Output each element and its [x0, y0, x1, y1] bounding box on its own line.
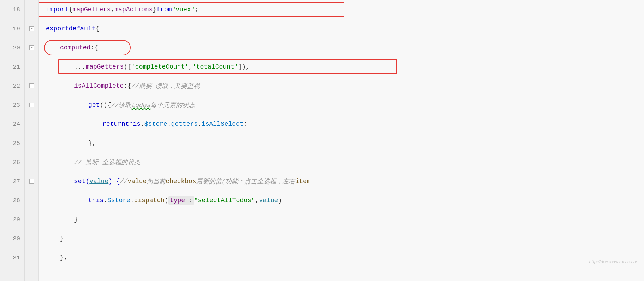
- spread-op: ...: [74, 63, 85, 70]
- line-num-22: 22: [0, 76, 24, 95]
- code-line-23: get (){ //读取todos每个元素的状态: [39, 95, 644, 115]
- value-arg: value: [259, 197, 278, 204]
- line-num-31: 31: [0, 248, 24, 267]
- set-keyword: set(: [74, 178, 89, 185]
- gutter-21: [25, 57, 38, 76]
- type-keyword: type: [170, 197, 185, 204]
- default-keyword: default: [69, 25, 96, 32]
- line-num-20: 20: [0, 38, 24, 57]
- comma3: ,: [255, 197, 259, 204]
- comment-line27: //: [120, 178, 128, 185]
- export-keyword: export: [46, 25, 69, 32]
- line-num-30: 30: [0, 229, 24, 248]
- paren-open-28: (: [165, 197, 168, 204]
- code-editor: 18 19 20 21 22 23 24 25 26 27 28 29 30 3…: [0, 0, 644, 281]
- gutter-25: [25, 134, 38, 153]
- close-brace-get: },: [88, 140, 96, 147]
- paren-close-28: ): [278, 197, 282, 204]
- paren-close: ]),: [238, 63, 250, 70]
- set-close: ) {: [108, 178, 120, 185]
- fold-icon-19[interactable]: −: [29, 26, 34, 31]
- code-line-27: set( value ) { // value 为当前 checkbox 最新的…: [39, 172, 644, 191]
- getters-prop: getters: [171, 121, 198, 128]
- line-num-27: 27: [0, 172, 24, 191]
- this-28: this: [88, 197, 103, 204]
- close-computed: },: [60, 254, 68, 261]
- code-line-31: },: [39, 248, 644, 267]
- fold-icon-20[interactable]: −: [29, 45, 34, 50]
- mapgetters-id: mapGetters: [73, 6, 111, 13]
- get-parens: (){: [100, 101, 111, 109]
- colon-computed: :{: [90, 44, 98, 51]
- url-watermark: http://doc.xxxxx.xxx/xxx: [589, 259, 637, 264]
- return-keyword: return: [102, 121, 125, 128]
- store-prop: $store: [144, 121, 167, 128]
- code-line-22: isAllComplete :{ //既要 读取，又要监视: [39, 76, 644, 95]
- code-line-24: return this . $store . getters . isAllSe…: [39, 115, 644, 134]
- semicolon1: ;: [195, 6, 198, 13]
- code-line-26: // 监听 全选框的状态: [39, 153, 644, 172]
- line-num-19: 19: [0, 19, 24, 38]
- comment-line23: //读取todos每个元素的状态: [111, 101, 195, 109]
- gutter-26: [25, 153, 38, 172]
- dot4: .: [103, 197, 107, 204]
- gutter-27[interactable]: −: [25, 172, 38, 191]
- comment-line27b: 为当前: [147, 177, 166, 186]
- code-line-25: },: [39, 134, 644, 153]
- gutter-30: [25, 229, 38, 248]
- close-brace-isall: }: [60, 235, 64, 242]
- code-line-19: export default {: [39, 19, 644, 38]
- paren-open: ([: [124, 63, 131, 70]
- line-num-25: 25: [0, 134, 24, 153]
- comma2: ,: [189, 63, 192, 70]
- this-keyword: this: [125, 121, 141, 128]
- item-comment: item: [296, 178, 311, 185]
- close-brace-set: }: [74, 216, 78, 223]
- comment-line26: // 监听 全选框的状态: [74, 158, 140, 166]
- brace-open: {: [69, 6, 73, 13]
- semicolon2: ;: [244, 121, 248, 128]
- dot3: .: [198, 121, 202, 128]
- fold-icon-22[interactable]: −: [29, 83, 34, 88]
- fold-icon-27[interactable]: −: [29, 179, 34, 184]
- line-num-29: 29: [0, 210, 24, 229]
- colon-type: :: [189, 197, 193, 204]
- dot5: .: [130, 197, 134, 204]
- line-numbers: 18 19 20 21 22 23 24 25 26 27 28 29 30 3…: [0, 0, 25, 281]
- gutter-19[interactable]: −: [25, 19, 38, 38]
- code-line-18: import { mapGetters , mapActions } from …: [39, 0, 644, 19]
- mapactions-id: mapActions: [114, 6, 153, 13]
- store-28: $store: [107, 197, 130, 204]
- checkbox-comment: checkbox: [166, 178, 196, 185]
- dot2: .: [167, 121, 171, 128]
- open-brace-export: {: [95, 25, 99, 32]
- value-param: value: [89, 178, 108, 185]
- code-line-30: }: [39, 229, 644, 248]
- total-count-str: 'totalCount': [192, 63, 238, 70]
- brace-close: }: [153, 6, 157, 13]
- get-keyword: get: [88, 101, 100, 109]
- fold-icon-23[interactable]: −: [29, 103, 34, 107]
- mapgetters-call: mapGetters: [85, 63, 124, 70]
- value-comment: value: [127, 178, 147, 185]
- line-num-24: 24: [0, 115, 24, 134]
- comma1: ,: [111, 6, 115, 13]
- gutter-20[interactable]: −: [25, 38, 38, 57]
- code-line-21: ... mapGetters ([ 'completeCount' , 'tot…: [39, 57, 644, 76]
- code-line-28: this . $store . dispatch ( type : "selec…: [39, 191, 644, 210]
- isallselect-prop: isAllSelect: [202, 121, 244, 128]
- code-line-20: computed :{: [39, 38, 644, 57]
- dispatch-method: dispatch: [134, 197, 165, 204]
- code-content: import { mapGetters , mapActions } from …: [39, 0, 644, 281]
- code-block: import { mapGetters , mapActions } from …: [39, 0, 644, 267]
- isallcomplete-prop: isAllComplete: [74, 82, 124, 89]
- line-num-23: 23: [0, 95, 24, 115]
- selectall-string: "selectAllTodos": [194, 197, 255, 204]
- gutter-22[interactable]: −: [25, 76, 38, 95]
- gutter-23[interactable]: −: [25, 95, 38, 115]
- computed-keyword: computed: [60, 44, 90, 51]
- line-num-28: 28: [0, 191, 24, 210]
- gutter-31: [25, 248, 38, 267]
- colon-isall: :{: [124, 82, 131, 89]
- line-num-21: 21: [0, 57, 24, 76]
